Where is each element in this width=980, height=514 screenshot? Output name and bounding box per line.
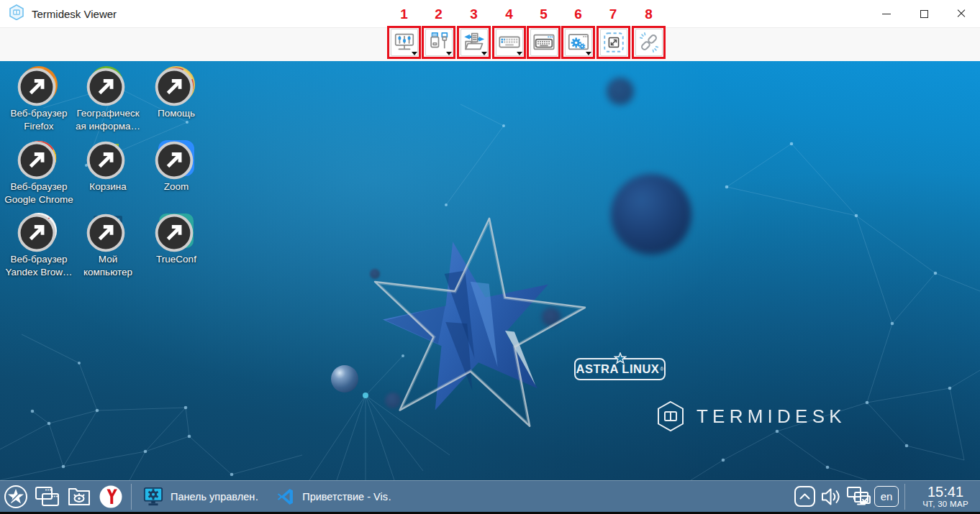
annotation-box [596,26,630,59]
maximize-button[interactable] [905,0,943,27]
vscode-icon [276,487,295,507]
termidesk-viewer-window: Termidesk Viewer 1 2 [0,0,980,514]
annotation-number: 5 [527,6,561,26]
icon-label: Zoom [142,180,211,193]
network-devices-button[interactable] [845,481,873,513]
language-code: en [881,490,893,502]
task-label: Панель управлен… [171,491,259,502]
desktop-icon-firefox[interactable]: Веб-браузер Firefox [4,65,73,132]
toolbar-annotation-8: 8 [632,6,666,59]
icon-label: Географическ ая информа… [73,107,142,132]
icon-label: TrueConf [142,253,211,266]
desktop-icon-trueconf[interactable]: TrueConf [142,211,211,266]
annotation-number: 1 [387,6,421,26]
clock[interactable]: 15:41 ЧТ, 30 МАР [915,485,976,508]
toolbar-annotation-7: 7 [596,6,630,59]
desktop-icon-zoom[interactable]: Zoom [142,138,211,193]
large-sphere-decoration [611,174,691,254]
annotation-number: 8 [632,6,666,26]
file-manager-button[interactable] [63,481,95,513]
toolbar-annotation-6: 6 [561,6,595,59]
icon-label: Веб-браузер Google Chrome [4,180,73,206]
shortcut-arrow-badge [86,67,126,107]
annotation-box [561,26,595,59]
icon-label: Веб-браузер Firefox [4,107,73,132]
window-switcher-button[interactable] [32,481,63,513]
icon-label: Корзина [73,180,142,193]
astra-star-artwork [353,201,590,441]
annotation-box [527,26,561,59]
icon-label: Веб-браузер Yandex Brow… [4,253,73,278]
annotation-box [632,26,666,59]
shortcut-arrow-badge [154,213,194,253]
volume-button[interactable] [818,481,845,513]
display-settings-icon [392,30,417,55]
termidesk-app-icon [9,4,24,23]
toolbar-annotation-4: 4 [492,6,526,59]
annotation-box [492,26,526,59]
keyboard-shortcuts-icon [497,30,522,55]
desktop-icon-my-computer[interactable]: Мой компьютер [73,211,142,278]
connection-link-button[interactable] [635,29,663,56]
annotation-number: 6 [561,6,595,26]
astra-fly-icon [4,485,28,509]
annotation-box [387,26,421,59]
toolbar-annotation-2: 2 [422,6,455,59]
annotation-box [457,26,491,59]
control-panel-icon [143,486,163,508]
language-indicator[interactable]: en [873,481,900,513]
close-button[interactable] [943,0,980,27]
usb-redirect-icon [427,30,451,55]
astra-linux-badge: ASTRA LINUX® [574,358,666,380]
desktop-icon-help[interactable]: Помощь [142,65,211,120]
annotation-number: 7 [596,6,630,26]
dropdown-arrow-icon[interactable] [517,52,522,55]
toolbar-annotation-1: 1 [387,6,421,59]
astra-launcher-button[interactable] [0,481,32,513]
termidesk-logo: TERMIDESK [656,400,840,432]
annotation-number: 3 [457,6,491,26]
desktop-icon-chrome[interactable]: Веб-браузер Google Chrome [4,138,73,206]
toolbar-annotation-3: 3 [457,6,491,59]
icon-label: Помощь [142,107,211,120]
desktop-icon-qgis[interactable]: Географическ ая информа… [73,65,142,132]
dropdown-arrow-icon[interactable] [586,52,591,55]
yandex-browser-taskbar-button[interactable] [95,481,127,513]
termidesk-logo-text: TERMIDESK [697,406,846,427]
annotation-number: 2 [422,6,455,26]
dropdown-arrow-icon[interactable] [412,52,417,55]
annotation-number: 4 [492,6,526,26]
minimize-button[interactable] [868,0,905,27]
toolbar-annotation-5: 5 [527,6,561,59]
shortcut-arrow-badge [17,213,57,253]
annotation-box [422,26,455,59]
settings-icon [566,30,591,55]
virtual-keyboard-button[interactable] [530,29,558,56]
desktop-icon-trash[interactable]: Корзина [73,138,142,193]
virtual-keyboard-icon [532,30,556,55]
speaker-icon [820,486,843,508]
folder-eye-icon [66,485,92,509]
taskbar-item-control-panel[interactable]: Панель управлен… [136,481,269,513]
fullscreen-button[interactable] [600,29,627,56]
chevron-up-icon [794,485,816,508]
taskbar-item-vscode[interactable]: Приветствие - Vis… [269,481,402,513]
tray-expand-button[interactable] [791,481,818,513]
dropdown-arrow-icon[interactable] [481,52,487,55]
tray-separator [904,484,905,510]
connection-link-icon [637,30,661,55]
window-title: Termidesk Viewer [32,8,117,20]
network-monitors-icon [846,485,872,508]
taskbar-separator [131,484,132,510]
shortcut-arrow-badge [154,140,194,180]
task-label: Приветствие - Vis… [302,491,392,502]
remote-desktop[interactable]: ASTRA LINUX® TERMIDESK [0,61,980,480]
window-controls [868,0,980,27]
system-tray: en 15:41 ЧТ, 30 МАР [791,481,980,513]
desktop-icon-yandex[interactable]: Веб-браузер Yandex Brow… [4,211,73,278]
shortcut-arrow-badge [17,140,57,180]
dropdown-arrow-icon[interactable] [446,52,452,55]
taskbar: Панель управлен… Приветствие - Vis… [0,480,980,512]
shortcut-arrow-badge [154,67,194,107]
registered-mark: ® [660,366,663,373]
